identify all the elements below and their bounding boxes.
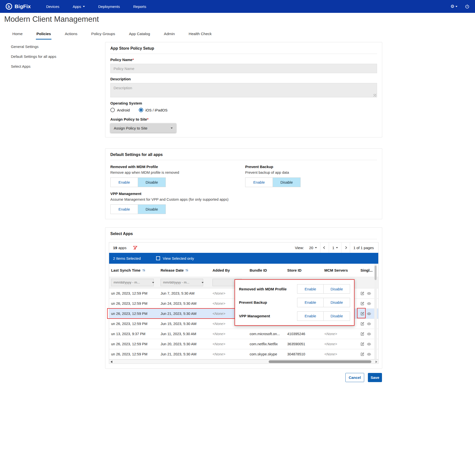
horizontal-scrollbar[interactable] (109, 359, 378, 364)
assign-site-label: Assign Policy to Site* (110, 117, 377, 121)
view-eye-icon[interactable] (367, 352, 371, 356)
nav-devices[interactable]: Devices (46, 4, 59, 9)
logout-power-icon[interactable] (465, 4, 470, 9)
enable-disable-group: Enable Disable (297, 298, 350, 307)
popup-setting-name: VPP Management (239, 314, 270, 318)
table-row[interactable]: un 26, 2023, 12:59 PM Jun 21, 2023, 5:30… (109, 349, 378, 359)
description-textarea[interactable] (110, 83, 377, 97)
edit-icon[interactable] (360, 302, 364, 305)
next-page-button[interactable] (341, 242, 350, 253)
vertical-scrollbar-thumb[interactable] (375, 266, 377, 280)
page-size-dropdown-icon[interactable] (315, 247, 317, 248)
settings-gear-icon[interactable]: ⚙ (451, 4, 457, 9)
vertical-scrollbar[interactable] (374, 264, 377, 359)
enable-button[interactable]: Enable (297, 311, 324, 321)
cell-added-by: <None> (211, 332, 248, 336)
radio-android[interactable]: Android (110, 108, 130, 112)
nav-devices-label: Devices (46, 4, 59, 9)
sort-icon[interactable] (142, 268, 146, 272)
chevron-left-icon (323, 246, 326, 249)
scroll-right-arrow-icon[interactable] (376, 361, 377, 363)
tab-policy-groups[interactable]: Policy Groups (91, 32, 116, 40)
enable-button[interactable]: Enable (111, 205, 138, 214)
nav-apps[interactable]: Apps (73, 4, 85, 9)
view-eye-icon[interactable] (367, 312, 371, 316)
view-selected-only-checkbox[interactable] (156, 256, 160, 260)
view-eye-icon[interactable] (367, 342, 371, 346)
save-button[interactable]: Save (368, 373, 382, 382)
enable-disable-group: Enable Disable (297, 311, 350, 321)
enable-button[interactable]: Enable (111, 178, 138, 187)
cancel-button[interactable]: Cancel (345, 373, 364, 382)
view-eye-icon[interactable] (367, 322, 371, 326)
enable-button[interactable]: Enable (245, 178, 273, 187)
current-page-control[interactable]: 1 (329, 242, 341, 253)
sidebar-item-default-settings[interactable]: Default Settings for all apps (11, 54, 56, 59)
edit-icon[interactable] (360, 312, 364, 316)
tab-admin[interactable]: Admin (164, 32, 175, 40)
tab-health-check[interactable]: Health Check (188, 32, 212, 40)
edit-icon[interactable] (360, 291, 364, 295)
view-eye-icon[interactable] (367, 332, 371, 336)
policy-name-input[interactable] (110, 64, 377, 73)
sidebar-item-select-apps[interactable]: Select Apps (11, 64, 56, 68)
resize-handle[interactable] (374, 94, 376, 97)
cell-last-synch: un 26, 2023, 12:59 PM (109, 291, 159, 295)
enable-button[interactable]: Enable (297, 284, 324, 294)
table-row[interactable]: un 13, 2023, 9:37 PM Jun 11, 2023, 5:30 … (109, 329, 378, 339)
horizontal-scrollbar-thumb[interactable] (269, 360, 371, 363)
tab-bar: Home Policies Actions Policy Groups App … (12, 32, 212, 40)
description-label: Description (110, 77, 377, 81)
enable-disable-toggle: Enable Disable (245, 177, 301, 187)
nav-reports[interactable]: Reports (133, 4, 146, 9)
edit-icon[interactable] (360, 352, 364, 356)
edit-icon[interactable] (360, 342, 364, 346)
disable-button[interactable]: Disable (138, 178, 166, 187)
cell-bundle-id: com.netflix.Netflix (248, 342, 285, 346)
cell-store-id: 410395246 (285, 332, 322, 336)
edit-icon[interactable] (360, 322, 364, 326)
prev-page-button[interactable] (320, 242, 329, 253)
scroll-left-arrow-icon[interactable] (111, 361, 112, 363)
assign-site-dropdown[interactable]: Assign Policy to Site (110, 123, 176, 133)
popup-row-removed-with-mdm: Removed with MDM Profile Enable Disable (239, 284, 350, 294)
clear-filter-icon[interactable] (133, 245, 138, 250)
chevron-down-icon (83, 6, 85, 7)
chevron-down-icon[interactable] (152, 282, 154, 283)
disable-button[interactable]: Disable (138, 205, 166, 214)
chevron-down-icon[interactable] (202, 282, 204, 283)
disable-button[interactable]: Disable (324, 298, 350, 307)
app-settings-popup: Removed with MDM Profile Enable Disable … (235, 279, 355, 326)
main-nav: Devices Apps Deployments Reports (46, 4, 146, 9)
view-eye-icon[interactable] (367, 302, 371, 306)
nav-deployments[interactable]: Deployments (98, 4, 120, 9)
card-title: Select Apps (105, 228, 382, 239)
edit-icon[interactable] (360, 332, 364, 336)
brand: b BigFix (5, 3, 31, 10)
tab-app-catalog[interactable]: App Catalog (128, 32, 150, 40)
radio-icon (110, 108, 115, 112)
required-marker: * (147, 117, 148, 121)
cell-release-date: Jun 24, 2023, 5:30 AM (159, 302, 211, 305)
table-row[interactable]: un 26, 2023, 12:59 PM Jun 20, 2023, 5:30… (109, 339, 378, 349)
sort-icon[interactable] (185, 268, 189, 272)
radio-ios-ipados[interactable]: iOS / iPadOS (139, 108, 167, 112)
cell-last-synch: un 26, 2023, 12:59 PM (109, 342, 159, 346)
disable-button[interactable]: Disable (324, 284, 350, 294)
chevron-right-icon (344, 246, 347, 249)
view-eye-icon[interactable] (367, 291, 371, 296)
divider (110, 54, 377, 54)
col-last-synch-time: Last Synch Time (109, 268, 159, 272)
enable-button[interactable]: Enable (297, 298, 324, 307)
tab-policies[interactable]: Policies (36, 32, 51, 40)
default-settings-grid: Removed with MDM Profile Remove app when… (105, 160, 382, 219)
cell-release-date: Jun 15, 2023, 5:30 AM (159, 322, 211, 326)
disable-button[interactable]: Disable (324, 311, 350, 321)
tab-actions[interactable]: Actions (64, 32, 78, 40)
last-synch-date-filter[interactable] (111, 279, 154, 286)
sidebar-item-general-settings[interactable]: General Settings (11, 44, 56, 49)
release-date-filter[interactable] (161, 279, 203, 286)
disable-button[interactable]: Disable (273, 178, 300, 187)
assign-site-dropdown-value: Assign Policy to Site (114, 126, 147, 130)
tab-home[interactable]: Home (12, 32, 23, 40)
